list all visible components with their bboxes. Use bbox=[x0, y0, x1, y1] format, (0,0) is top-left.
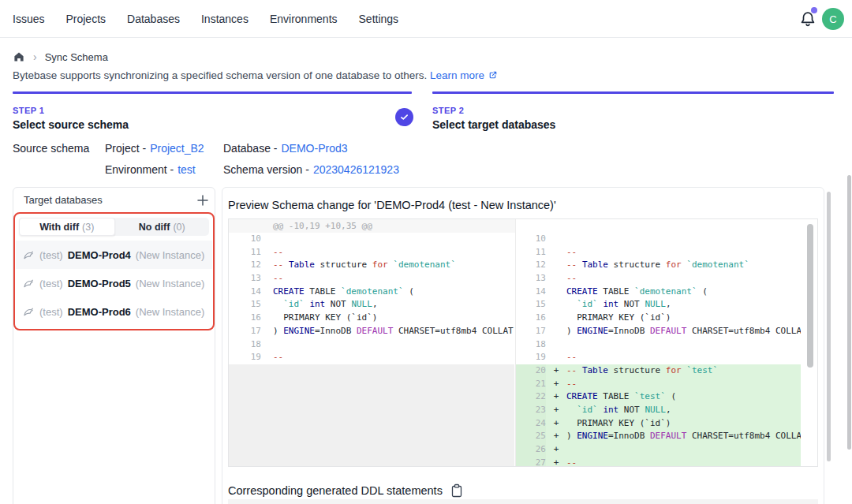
code-text: `id` int NOT NULL, bbox=[566, 298, 671, 312]
notification-dot bbox=[811, 7, 817, 13]
code-text: -- bbox=[261, 351, 283, 364]
step2-progress-bar bbox=[432, 91, 834, 94]
diff-sign bbox=[546, 351, 566, 364]
line-number: 14 bbox=[516, 286, 546, 299]
diff-sign: + bbox=[546, 457, 566, 466]
schema-version-link[interactable]: 20230426121923 bbox=[313, 163, 399, 176]
tab-no-diff[interactable]: No diff (0) bbox=[115, 218, 210, 236]
diff-sign: + bbox=[546, 404, 566, 417]
target-db-item-demo-prod5[interactable]: (test) DEMO-Prod5 (New Instance) bbox=[16, 269, 212, 297]
step1-label: STEP 1 bbox=[13, 106, 44, 115]
diff-pane-modified: 1011--12-- Table structure for `demotena… bbox=[515, 219, 801, 466]
code-text: ) ENGINE=InnoDB DEFAULT CHARSET=utf8mb4 … bbox=[261, 325, 514, 338]
db-name: DEMO-Prod5 bbox=[68, 278, 131, 289]
db-environment: (test) bbox=[39, 306, 63, 318]
sync-schema-page: Issues Projects Databases Instances Envi… bbox=[0, 0, 852, 504]
target-db-item-demo-prod4[interactable]: (test) DEMO-Prod4 (New Instance) bbox=[16, 241, 212, 269]
diff-sign bbox=[546, 259, 566, 272]
breadcrumb: › Sync Schema bbox=[13, 50, 108, 64]
db-name: DEMO-Prod4 bbox=[68, 249, 131, 261]
ddl-section-header: Corresponding generated DDL statements bbox=[228, 483, 463, 498]
diff-line-added: 24+ PRIMARY KEY (`id`) bbox=[516, 417, 801, 431]
line-number: 15 bbox=[229, 298, 261, 312]
home-icon[interactable] bbox=[13, 50, 25, 63]
diff-line: 12-- Table structure for `demotenant` bbox=[516, 259, 801, 272]
tab-with-diff[interactable]: With diff (3) bbox=[19, 218, 115, 236]
code-text: PRIMARY KEY (`id`) bbox=[261, 312, 377, 325]
source-environment: Environment -test bbox=[105, 163, 196, 176]
code-text: `id` int NOT NULL, bbox=[261, 298, 378, 312]
step1-title: Select source schema bbox=[13, 118, 129, 131]
db-environment: (test) bbox=[39, 278, 63, 289]
environment-link[interactable]: test bbox=[178, 163, 196, 176]
diff-sign bbox=[546, 298, 566, 312]
mysql-icon bbox=[23, 249, 35, 261]
diff-line: 16 PRIMARY KEY (`id`) bbox=[516, 312, 801, 325]
page-scrollbar[interactable] bbox=[847, 175, 851, 450]
diff-line-added: 27+-- bbox=[516, 457, 801, 466]
project-link[interactable]: Project_B2 bbox=[150, 142, 204, 155]
line-number: 24 bbox=[516, 417, 546, 431]
diff-hunk-header: @@ -10,19 +10,35 @@ bbox=[229, 219, 515, 233]
ddl-title: Corresponding generated DDL statements bbox=[228, 484, 443, 497]
nav-item-projects[interactable]: Projects bbox=[65, 13, 106, 25]
line-number: 26 bbox=[516, 443, 546, 457]
chevron-right-icon: › bbox=[33, 50, 37, 63]
diff-line-added: 26+ bbox=[516, 443, 801, 457]
database-label: Database - bbox=[223, 142, 277, 155]
copy-icon[interactable] bbox=[450, 483, 463, 498]
code-text: ) ENGINE=InnoDB DEFAULT CHARSET=utf8mb4 … bbox=[566, 430, 801, 443]
db-note: (New Instance) bbox=[136, 249, 204, 261]
code-text: CREATE TABLE `test` ( bbox=[566, 390, 676, 404]
line-number: 11 bbox=[516, 246, 546, 259]
diff-line-added: 20+-- Table structure for `test` bbox=[516, 364, 801, 378]
line-number: 11 bbox=[229, 246, 261, 259]
db-name: DEMO-Prod6 bbox=[68, 306, 131, 318]
step2-label: STEP 2 bbox=[432, 106, 464, 115]
code-text: -- bbox=[261, 272, 283, 286]
source-project: Project -Project_B2 bbox=[105, 142, 204, 155]
line-number: 19 bbox=[229, 351, 261, 364]
diff-line: 17) ENGINE=InnoDB DEFAULT CHARSET=utf8mb… bbox=[229, 325, 515, 338]
nav-item-settings[interactable]: Settings bbox=[359, 13, 399, 25]
diff-line: 18 bbox=[229, 338, 515, 352]
code-text: CREATE TABLE `demotenant` ( bbox=[566, 286, 708, 299]
nav-item-instances[interactable]: Instances bbox=[201, 13, 248, 25]
target-db-item-demo-prod6[interactable]: (test) DEMO-Prod6 (New Instance) bbox=[16, 297, 212, 326]
line-number: 18 bbox=[229, 338, 261, 352]
tab-no-diff-label: No diff bbox=[139, 222, 170, 233]
user-avatar[interactable]: C bbox=[822, 8, 844, 30]
code-text: -- Table structure for `test` bbox=[566, 364, 718, 378]
diff-sign: + bbox=[546, 364, 566, 378]
diff-hunk-header-spacer bbox=[516, 219, 801, 233]
intro-text: Bytebase supports synchronizing a specif… bbox=[13, 69, 498, 81]
db-note: (New Instance) bbox=[136, 278, 204, 289]
nav-item-issues[interactable]: Issues bbox=[13, 13, 44, 25]
code-text: -- bbox=[261, 246, 283, 259]
database-link[interactable]: DEMO-Prod3 bbox=[281, 142, 347, 155]
line-number: 10 bbox=[516, 233, 546, 246]
line-number: 23 bbox=[516, 404, 546, 417]
diff-line: 15 `id` int NOT NULL, bbox=[516, 298, 801, 312]
line-number: 27 bbox=[516, 457, 546, 466]
add-target-database-button[interactable] bbox=[195, 192, 211, 208]
diff-sign bbox=[546, 272, 566, 286]
line-number: 14 bbox=[229, 286, 261, 299]
code-text: -- bbox=[566, 378, 577, 391]
content-scrollbar[interactable] bbox=[827, 192, 831, 461]
editor-vertical-scrollbar[interactable] bbox=[807, 224, 813, 368]
tab-with-diff-count: (3) bbox=[82, 222, 94, 233]
diff-line-added: 23+ `id` int NOT NULL, bbox=[516, 404, 801, 417]
code-text: -- bbox=[566, 457, 577, 466]
nav-item-environments[interactable]: Environments bbox=[270, 13, 338, 25]
nav-item-databases[interactable]: Databases bbox=[127, 13, 180, 25]
diff-line-added: 21+-- bbox=[516, 378, 801, 391]
learn-more-link[interactable]: Learn more bbox=[430, 69, 484, 81]
line-number: 25 bbox=[516, 430, 546, 443]
target-databases-title: Target databases bbox=[24, 194, 103, 206]
step2-title: Select target databases bbox=[432, 118, 555, 131]
line-number: 17 bbox=[516, 325, 546, 338]
code-text: -- bbox=[566, 246, 577, 259]
diff-pane-original: @@ -10,19 +10,35 @@ 1011--12-- Table str… bbox=[229, 219, 515, 466]
intro-description: Bytebase supports synchronizing a specif… bbox=[13, 69, 427, 81]
